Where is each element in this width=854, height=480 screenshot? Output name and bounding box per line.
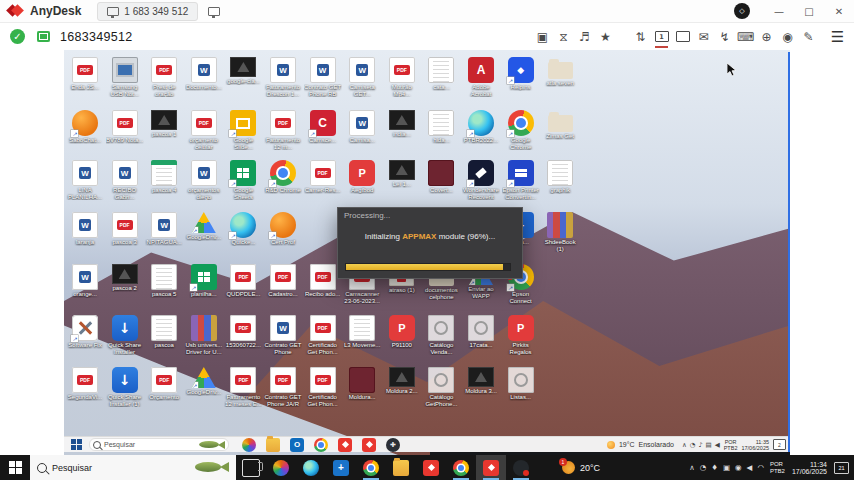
desktop-icon[interactable]: LINA PLANILHA... — [66, 160, 104, 200]
desktop-icon[interactable]: Catálogo GetPhone... — [422, 367, 460, 407]
desktop-icon[interactable]: Zimas Get — [541, 110, 579, 140]
desktop-icon[interactable]: Quick Share Installer — [106, 315, 144, 355]
desktop-icon[interactable]: Lei 1... — [383, 160, 421, 188]
remote-weather-condition[interactable]: Ensolarado — [639, 441, 674, 448]
network-icon[interactable]: ▤ — [706, 441, 712, 449]
desktop-icon[interactable]: ↗Epson Printer Convertin... — [502, 160, 540, 200]
snip-icon[interactable]: ▣ — [723, 463, 730, 472]
desktop-icon[interactable]: Contrato GET Phone — [264, 315, 302, 355]
audio-device-icon[interactable]: ♪ — [698, 441, 702, 449]
desktop-icon[interactable]: Aegfbod — [343, 160, 381, 194]
desktop-icon[interactable]: ↗PTBR2022... — [462, 110, 500, 144]
security-icon[interactable] — [382, 438, 404, 452]
chrome-icon[interactable] — [310, 438, 332, 452]
desktop-icon[interactable]: Camer-Res... — [304, 160, 342, 194]
desktop-icon[interactable]: Faturamento 12 meses E... — [224, 367, 262, 407]
local-weather-widget[interactable]: 1 20°C — [562, 455, 600, 480]
desktop-icon[interactable]: Camiseta GET... — [343, 57, 381, 97]
desktop-icon[interactable]: Moldura 3... — [462, 367, 500, 395]
permissions-icon[interactable]: ⊕ — [756, 26, 777, 48]
remote-weather-temp[interactable]: 19°C — [619, 441, 635, 448]
remote-notification-icon[interactable]: 2 — [773, 439, 786, 450]
local-search-box[interactable]: Pesquisar — [30, 455, 236, 480]
clock-icon[interactable]: ◔ — [700, 463, 707, 472]
desktop-icon[interactable]: Adobe Acrobat — [462, 57, 500, 97]
desktop-icon[interactable]: orçamento celular — [185, 110, 223, 150]
whiteboard-icon[interactable]: ✎ — [798, 26, 819, 48]
chrome-icon[interactable] — [356, 455, 386, 480]
calculator-icon[interactable] — [326, 455, 356, 480]
desktop-icon[interactable]: BV789 Nota... — [106, 110, 144, 144]
desktop-icon[interactable]: ↗Quicke... — [224, 212, 262, 246]
desktop-icon[interactable]: pascoa 3 — [106, 212, 144, 246]
desktop-icon[interactable]: orange... — [66, 264, 104, 298]
update-icon[interactable]: ◔ — [690, 441, 696, 449]
desktop-icon[interactable]: Listas... — [502, 367, 540, 401]
remote-clock[interactable]: 11:3517/06/2025 — [741, 439, 769, 451]
desktop-icon[interactable]: google-cla... — [224, 57, 262, 85]
desktop-icon[interactable]: pascoa 2 — [106, 264, 144, 292]
desktop-icon[interactable]: atla seven — [541, 57, 579, 87]
file-explorer-icon[interactable] — [262, 438, 284, 452]
local-notification-icon[interactable]: 21 — [834, 462, 849, 474]
screenshot-icon[interactable]: ▣ — [532, 26, 553, 48]
minimize-button[interactable]: — — [764, 1, 794, 21]
remote-screen[interactable]: Enda JS...Samsung USB Not...Prest de ora… — [64, 50, 790, 455]
desktop-icon[interactable]: ↗planilha... — [185, 264, 223, 298]
desktop-icon[interactable]: ↗Wondershare Recoverit — [462, 160, 500, 200]
local-language-indicator[interactable]: PORPTB2 — [770, 461, 785, 475]
desktop-icon[interactable]: Faturamento 12 m... — [264, 110, 302, 150]
desktop-icon[interactable]: Camisa... — [343, 110, 381, 144]
desktop-icon[interactable]: ↗R&D Chrome — [264, 160, 302, 194]
remote-start-button[interactable] — [71, 439, 82, 450]
desktop-icon[interactable]: Recibo ado... — [304, 264, 342, 298]
desktop-icon[interactable]: RECIBO Gabri... — [106, 160, 144, 200]
desktop-icon[interactable]: Quick Share Installer (1) — [106, 367, 144, 407]
account-icon[interactable]: ◇ — [734, 3, 750, 19]
desktop-icon[interactable]: Catálogo Venda... — [422, 315, 460, 355]
desktop-icon[interactable]: laranja — [66, 212, 104, 246]
file-explorer-icon[interactable] — [386, 455, 416, 480]
desktop-icon[interactable]: P91100 — [383, 315, 421, 349]
desktop-icon[interactable]: orçamentos diego — [185, 160, 223, 200]
desktop-icon[interactable]: pascoa 4 — [145, 160, 183, 194]
mic-icon[interactable]: ♦ — [711, 463, 718, 472]
desktop-icon[interactable]: ↗Google Slide... — [224, 110, 262, 150]
chat-icon[interactable]: ✉ — [693, 26, 714, 48]
desktop-icon[interactable]: Moldura... — [343, 367, 381, 401]
new-session-icon[interactable] — [208, 7, 220, 16]
chrome-icon-2[interactable] — [446, 455, 476, 480]
edge-icon[interactable] — [296, 455, 326, 480]
volume-icon[interactable]: ◀ — [715, 441, 720, 449]
remote-language-indicator[interactable]: PORPTB2 — [724, 439, 738, 451]
tray-expand-icon[interactable]: ∧ — [689, 463, 695, 472]
monitor-1-icon[interactable]: 1 — [651, 26, 672, 48]
desktop-icon[interactable]: ↗GoogleDriv... — [185, 212, 223, 241]
anydesk-icon-2[interactable] — [358, 438, 380, 452]
record-session-icon[interactable]: ◉ — [777, 26, 798, 48]
keyboard-icon[interactable]: ⌨ — [735, 26, 756, 48]
recorder-icon[interactable] — [506, 455, 536, 480]
desktop-icon[interactable]: graphik — [541, 160, 579, 194]
desktop-icon[interactable]: ShdeeBook (1) — [541, 212, 579, 252]
audio-icon[interactable]: ♬ — [574, 26, 595, 48]
camera-icon[interactable]: ◉ — [735, 463, 742, 472]
desktop-icon[interactable]: ↗Cert Prof — [264, 212, 302, 246]
anydesk-icon[interactable] — [416, 455, 446, 480]
desktop-icon[interactable]: ↗Google Sheets — [224, 160, 262, 200]
desktop-icon[interactable]: Certificado Get Phon... — [304, 315, 342, 355]
file-transfer-icon[interactable]: ⇅ — [630, 26, 651, 48]
local-start-button[interactable] — [0, 455, 30, 480]
fullscreen-icon[interactable] — [672, 26, 693, 48]
desktop-icon[interactable]: Orçamento — [145, 367, 183, 401]
desktop-icon[interactable]: NPITAGUA... — [145, 212, 183, 246]
desktop-icon[interactable]: ↗Helpins — [502, 57, 540, 91]
desktop-icon[interactable]: Pirkits Regalos — [502, 315, 540, 355]
desktop-icon[interactable]: ↗Google Chrome — [502, 110, 540, 150]
desktop-icon[interactable]: Certificado Get Phon... — [304, 367, 342, 407]
actions-icon[interactable]: ↯ — [714, 26, 735, 48]
anydesk-icon-2[interactable] — [476, 455, 506, 480]
desktop-icon[interactable]: ↗Camsce... — [304, 110, 342, 144]
desktop-icon[interactable]: pascoa 1 — [145, 110, 183, 138]
desktop-icon[interactable]: Covert... — [422, 160, 460, 194]
